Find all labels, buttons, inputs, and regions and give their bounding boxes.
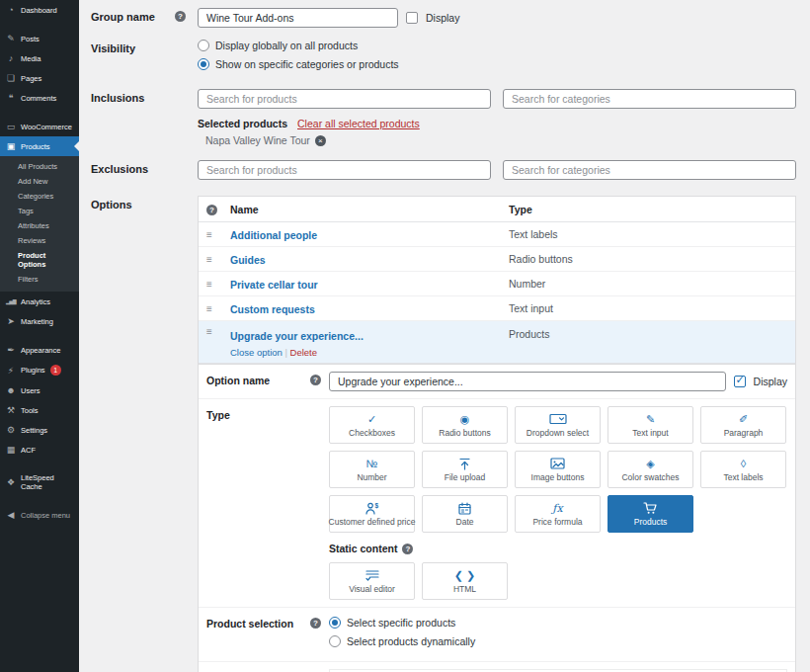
type-button-file-upload[interactable]: File upload	[422, 451, 508, 488]
sidebar-item-litespeed-cache[interactable]: ❖LiteSpeed Cache	[0, 468, 79, 496]
inclusions-categories-search[interactable]	[503, 89, 796, 109]
sidebar-item-posts[interactable]: ✎Posts	[0, 29, 79, 48]
exclusions-products-search[interactable]	[198, 160, 491, 180]
option-name-link[interactable]: Custom requests	[230, 303, 315, 315]
help-icon[interactable]: ?	[175, 11, 186, 22]
option-name-label: Option name	[206, 375, 270, 386]
submenu-item-filters[interactable]: Filters	[0, 272, 79, 287]
help-icon[interactable]: ?	[206, 205, 217, 215]
sidebar-item-plugins[interactable]: ⚡Plugins1	[0, 360, 79, 380]
sidebar-item-media[interactable]: ♪Media	[0, 48, 79, 68]
option-row[interactable]: ≡Additional peopleText labels	[199, 222, 795, 247]
option-name-link[interactable]: Additional people	[230, 229, 317, 241]
submenu-item-categories[interactable]: Categories	[0, 189, 79, 204]
group-name-input[interactable]	[198, 8, 398, 28]
tools-icon: ⚒	[6, 405, 16, 415]
type-button-number[interactable]: №Number	[329, 451, 415, 488]
help-icon[interactable]: ?	[310, 375, 321, 385]
sidebar-item-label: Collapse menu	[21, 511, 70, 520]
type-button-checkboxes[interactable]: ✓Checkboxes	[329, 406, 415, 444]
submenu-item-product-options[interactable]: Product Options	[0, 248, 79, 272]
sidebar-item-dashboard[interactable]: ◔Dashboard	[0, 0, 79, 20]
radio-icon[interactable]	[198, 40, 209, 51]
type-button-customer-defined-price[interactable]: $Customer defined price	[329, 495, 415, 533]
type-button-text-labels[interactable]: ◊Text labels	[700, 451, 786, 488]
exclusions-categories-search[interactable]	[503, 160, 796, 180]
sidebar-item-collapse-menu[interactable]: ◀Collapse menu	[0, 505, 79, 525]
drag-handle-icon[interactable]: ≡	[206, 279, 230, 290]
type-button-html[interactable]: ❮ ❯HTML	[422, 562, 508, 600]
option-name-link[interactable]: Guides	[230, 254, 266, 266]
option-name-link[interactable]: Upgrade your experience...	[230, 330, 364, 342]
sidebar-item-products[interactable]: ▣Products	[0, 136, 79, 156]
type-button-image-buttons[interactable]: Image buttons	[515, 451, 601, 488]
visibility-option-show-on-specific-categories-or-products[interactable]: Show on specific categories or products	[198, 58, 796, 70]
type-button-visual-editor[interactable]: Visual editor	[329, 562, 415, 600]
clear-selected-link[interactable]: Clear all selected products	[297, 118, 420, 129]
drag-handle-icon[interactable]: ≡	[206, 303, 230, 314]
option-name-link[interactable]: Private cellar tour	[230, 279, 318, 291]
pencil-icon: ✎	[646, 413, 655, 426]
sidebar-item-acf[interactable]: ▦ACF	[0, 440, 79, 460]
options-row: Options ? Name Type ≡Additional peopleTe…	[91, 196, 796, 672]
drag-handle-icon[interactable]: ≡	[206, 254, 230, 265]
type-button-radio-buttons[interactable]: ◉Radio buttons	[422, 406, 508, 444]
products-row: Products ? ? Product Variation ≡N/A−	[199, 662, 795, 672]
sidebar-item-analytics[interactable]: ▂▅▇Analytics	[0, 292, 79, 311]
type-row: Type ✓Checkboxes◉Radio buttonsDropdown s…	[199, 399, 795, 608]
option-name-input[interactable]	[329, 372, 726, 391]
calendar-icon	[458, 502, 471, 515]
acf-icon: ▦	[6, 445, 16, 455]
static-content-label: Static content	[329, 543, 397, 554]
submenu-item-all-products[interactable]: All Products	[0, 159, 79, 174]
sidebar-item-pages[interactable]: ❏Pages	[0, 68, 79, 88]
product-selection-option-select-specific-products[interactable]: Select specific products	[329, 617, 787, 629]
sidebar-item-comments[interactable]: ❝Comments	[0, 88, 79, 108]
type-button-text-input[interactable]: ✎Text input	[608, 406, 693, 444]
option-display-checkbox[interactable]	[734, 376, 746, 387]
help-icon[interactable]: ?	[310, 618, 321, 629]
sidebar-item-woocommerce[interactable]: ▭WooCommerce	[0, 117, 79, 136]
sidebar-item-label: Posts	[21, 35, 40, 43]
sidebar-item-marketing[interactable]: ➤Marketing	[0, 311, 79, 331]
product-selection-option-select-products-dynamically[interactable]: Select products dynamically	[329, 635, 787, 647]
submenu-item-tags[interactable]: Tags	[0, 204, 79, 218]
sidebar-item-appearance[interactable]: ✒Appearance	[0, 340, 79, 360]
radio-icon[interactable]	[329, 635, 341, 647]
drag-handle-icon[interactable]: ≡	[206, 326, 230, 337]
option-row[interactable]: ≡GuidesRadio buttons	[199, 247, 795, 272]
type-button-date[interactable]: Date	[422, 495, 508, 533]
option-type: Radio buttons	[509, 253, 787, 265]
type-button-paragraph[interactable]: ✐Paragraph	[700, 406, 786, 444]
close-option-link[interactable]: Close option	[230, 347, 283, 358]
sidebar-item-settings[interactable]: ⚙Settings	[0, 420, 79, 440]
group-display-checkbox[interactable]	[406, 12, 418, 24]
submenu-item-add-new[interactable]: Add New	[0, 174, 79, 189]
group-name-row: Group name ? Display	[91, 8, 796, 28]
sidebar-item-users[interactable]: ☻Users	[0, 380, 79, 400]
menu-separator	[0, 496, 79, 505]
type-button-dropdown-select[interactable]: Dropdown select	[515, 406, 601, 444]
submenu-item-reviews[interactable]: Reviews	[0, 233, 79, 248]
delete-option-link[interactable]: Delete	[290, 347, 317, 358]
option-row[interactable]: ≡Custom requestsText input	[199, 296, 795, 321]
type-button-products[interactable]: Products	[608, 495, 693, 533]
visibility-option-display-globally-on-all-products[interactable]: Display globally on all products	[198, 40, 796, 51]
help-icon[interactable]: ?	[402, 544, 413, 554]
submenu-item-attributes[interactable]: Attributes	[0, 218, 79, 233]
radio-icon[interactable]	[198, 58, 209, 70]
drag-handle-icon[interactable]: ≡	[206, 229, 230, 240]
options-table-header: ? Name Type	[199, 197, 795, 222]
option-row[interactable]: ≡Private cellar tourNumber	[199, 272, 795, 296]
sidebar-item-tools[interactable]: ⚒Tools	[0, 400, 79, 420]
pin-icon: ✎	[6, 34, 16, 43]
radio-icon[interactable]	[329, 617, 341, 629]
remove-product-icon[interactable]: ×	[315, 135, 326, 146]
products-box-icon: ▣	[6, 141, 16, 151]
selected-products-label: Selected products	[198, 118, 287, 129]
option-row-selected[interactable]: ≡Upgrade your experience...Close option …	[199, 321, 795, 364]
group-display-label: Display	[426, 12, 459, 24]
type-button-price-formula[interactable]: ƒxPrice formula	[515, 495, 601, 533]
inclusions-products-search[interactable]	[198, 89, 491, 109]
type-button-color-swatches[interactable]: ◈Color swatches	[608, 451, 693, 488]
